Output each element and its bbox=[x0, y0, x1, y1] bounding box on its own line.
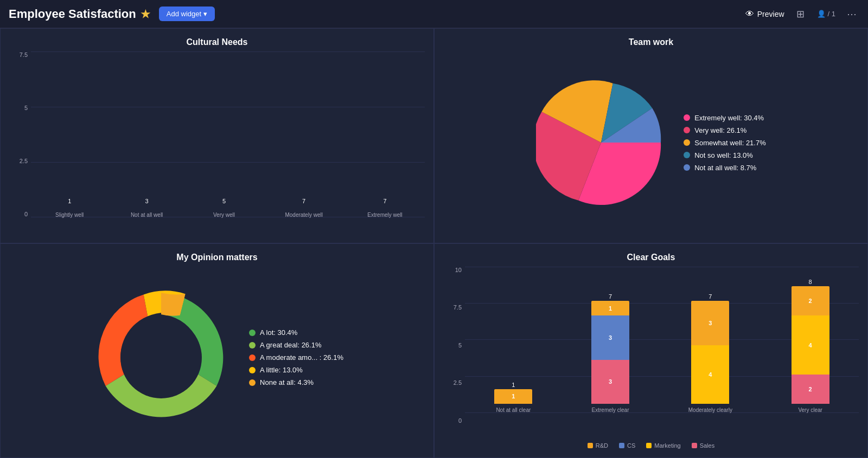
bars-wrapper: 1 Slightly well 3 Not at all well 5 bbox=[31, 51, 425, 218]
clear-goals-legend: R&D CS Marketing Sales bbox=[443, 442, 859, 449]
bar-value-label: 3 bbox=[145, 198, 149, 204]
legend-item: Not at all well: 8.7% bbox=[684, 164, 766, 172]
legend-label: A lot: 30.4% bbox=[260, 328, 297, 337]
legend-dot bbox=[684, 152, 690, 158]
stacked-bars-wrapper: 1 1 Not at all clear 7 3 3 1 bbox=[465, 267, 859, 414]
legend-item: A moderate amo... : 26.1% bbox=[249, 353, 343, 362]
legend-square bbox=[619, 443, 624, 448]
users-number: / 1 bbox=[828, 10, 835, 18]
title-text: Employee Satisfaction bbox=[9, 7, 136, 21]
stacked-segment-rd: 2 bbox=[792, 286, 829, 315]
legend-dot bbox=[249, 354, 256, 361]
pie-chart bbox=[536, 78, 666, 208]
page-title: Employee Satisfaction ★ bbox=[9, 7, 150, 21]
bar-category-label: Extremely well bbox=[367, 212, 402, 218]
stacked-bar-group: 1 1 Not at all clear bbox=[494, 382, 532, 413]
pie-container: Extremely well: 30.4% Very well: 26.1% S… bbox=[443, 51, 859, 234]
dashboard: Cultural Needs 7.5 5 2.5 0 bbox=[0, 28, 868, 458]
stacked-bar-group: 8 2 4 2 Very clear bbox=[792, 279, 829, 413]
stacked-segment-rd: 1 bbox=[494, 389, 532, 404]
stacked-segment-cs: 3 bbox=[591, 315, 629, 359]
stacked-bar-total: 7 bbox=[609, 293, 612, 300]
stacked-bar-group: 7 4 3 Moderately clearly bbox=[688, 293, 732, 413]
bar-category-label: Moderately well bbox=[285, 212, 322, 218]
stacked-segment-marketing: 4 bbox=[792, 315, 829, 374]
y-tick: 7.5 bbox=[20, 51, 28, 58]
stacked-bar-label: Extremely clear bbox=[592, 407, 629, 413]
legend-label: A moderate amo... : 26.1% bbox=[260, 353, 343, 362]
bar-group: 3 Not at all well bbox=[131, 198, 163, 218]
preview-button[interactable]: 👁 Preview bbox=[745, 9, 784, 19]
stacked-segment-sales: 2 bbox=[792, 375, 829, 404]
legend-label: None at all: 4.3% bbox=[260, 378, 314, 386]
stacked-segment-marketing: 4 bbox=[691, 345, 729, 404]
stacked-bar: 3 3 1 bbox=[591, 301, 629, 404]
legend-dot bbox=[249, 367, 256, 373]
stacked-bar: 2 4 2 bbox=[792, 286, 829, 404]
legend-item: A little: 13.0% bbox=[249, 366, 343, 374]
donut-hole bbox=[120, 317, 202, 398]
stacked-bar: 1 bbox=[494, 389, 532, 404]
bar-category-label: Slightly well bbox=[55, 212, 84, 218]
star-icon[interactable]: ★ bbox=[141, 8, 150, 21]
more-options-icon[interactable]: ⋯ bbox=[844, 7, 859, 22]
stacked-bar-label: Not at all clear bbox=[496, 407, 531, 413]
team-work-title: Team work bbox=[443, 37, 859, 47]
bar-group: 7 Moderately well bbox=[285, 198, 322, 218]
stacked-bar: 4 3 bbox=[691, 301, 729, 404]
stacked-bar-total: 8 bbox=[809, 279, 812, 285]
legend-item: Extremely well: 30.4% bbox=[684, 114, 766, 122]
bar-category-label: Not at all well bbox=[131, 212, 163, 218]
legend-label: CS bbox=[627, 442, 635, 449]
legend-item: Very well: 26.1% bbox=[684, 126, 766, 134]
cultural-needs-title: Cultural Needs bbox=[9, 37, 425, 47]
clear-goals-widget: Clear Goals 10 7.5 5 2.5 0 bbox=[434, 243, 868, 459]
legend-label: Somewhat well: 21.7% bbox=[694, 139, 766, 147]
y-axis: 10 7.5 5 2.5 0 bbox=[443, 267, 464, 424]
legend-item: Somewhat well: 21.7% bbox=[684, 139, 766, 147]
legend-label: R&D bbox=[596, 442, 608, 449]
stacked-bar-label: Moderately clearly bbox=[688, 407, 732, 413]
my-opinion-legend: A lot: 30.4% A great deal: 26.1% A moder… bbox=[249, 328, 343, 386]
legend-item-marketing: Marketing bbox=[646, 442, 680, 449]
stacked-bar-label: Very clear bbox=[798, 407, 822, 413]
y-tick: 7.5 bbox=[454, 304, 462, 311]
bar-category-label: Very well bbox=[213, 212, 235, 218]
bar-value-label: 1 bbox=[68, 198, 71, 204]
legend-label: Extremely well: 30.4% bbox=[694, 114, 764, 122]
stacked-bar-group: 7 3 3 1 Extremely clear bbox=[591, 293, 629, 413]
y-tick: 10 bbox=[455, 267, 462, 273]
y-axis: 7.5 5 2.5 0 bbox=[9, 51, 30, 218]
team-work-widget: Team work bbox=[434, 28, 868, 243]
legend-label: Sales bbox=[700, 442, 715, 449]
bar-value-label: 5 bbox=[222, 198, 226, 204]
preview-label: Preview bbox=[757, 10, 784, 18]
legend-dot bbox=[684, 139, 690, 146]
bar-group: 7 Extremely well bbox=[367, 198, 402, 218]
header: Employee Satisfaction ★ Add widget ▾ 👁 P… bbox=[0, 0, 868, 28]
cultural-needs-chart: 7.5 5 2.5 0 1 bbox=[9, 51, 425, 234]
legend-item: A great deal: 26.1% bbox=[249, 341, 343, 349]
stacked-bar-total: 1 bbox=[512, 382, 515, 388]
y-tick: 2.5 bbox=[454, 379, 462, 386]
my-opinion-widget: My Opinion matters bbox=[0, 243, 434, 459]
y-tick: 5 bbox=[24, 105, 28, 111]
cultural-needs-widget: Cultural Needs 7.5 5 2.5 0 bbox=[0, 28, 434, 243]
legend-label: A little: 13.0% bbox=[260, 366, 303, 374]
add-widget-button[interactable]: Add widget ▾ bbox=[159, 7, 215, 21]
y-tick: 2.5 bbox=[20, 158, 28, 164]
legend-label: Marketing bbox=[654, 442, 680, 449]
legend-item-sales: Sales bbox=[692, 442, 715, 449]
bar-value-label: 7 bbox=[302, 198, 305, 204]
clear-goals-title: Clear Goals bbox=[443, 253, 859, 262]
legend-dot bbox=[249, 379, 256, 386]
user-count: 👤 / 1 bbox=[817, 10, 835, 18]
legend-label: Not so well: 13.0% bbox=[694, 151, 753, 159]
stacked-bar-total: 7 bbox=[709, 293, 712, 300]
legend-square bbox=[692, 443, 697, 448]
y-tick: 5 bbox=[458, 342, 462, 349]
share-icon[interactable]: ⊞ bbox=[793, 7, 808, 22]
my-opinion-title: My Opinion matters bbox=[9, 253, 425, 262]
stacked-segment-sales: 3 bbox=[591, 360, 629, 404]
stacked-chart-inner: 10 7.5 5 2.5 0 1 bbox=[443, 267, 859, 441]
